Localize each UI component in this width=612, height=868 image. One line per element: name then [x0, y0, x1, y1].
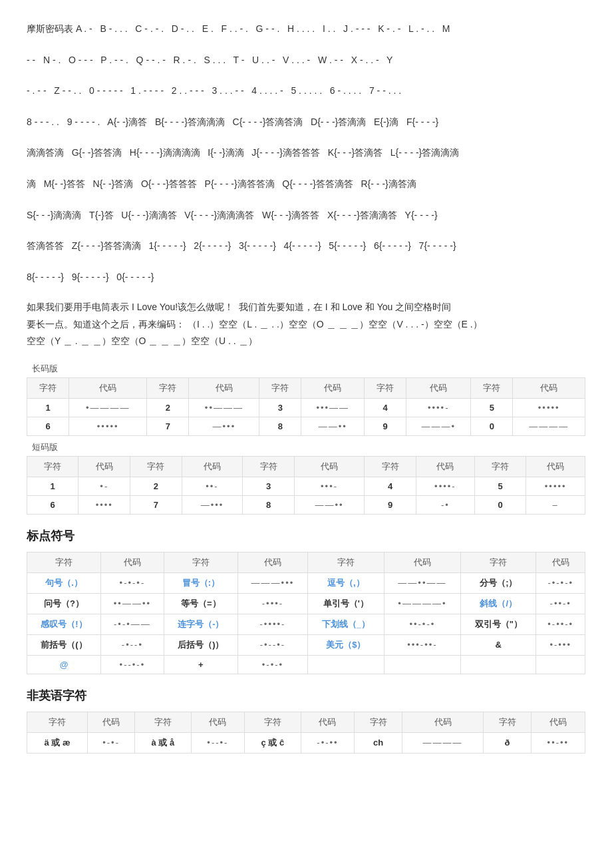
col-header-char3: 字符 — [243, 456, 294, 477]
code-cell: -•-•—— — [100, 614, 164, 634]
punct-col-code1: 代码 — [100, 552, 164, 572]
punct-col-code2: 代码 — [237, 552, 307, 572]
code-cell: •••• — [78, 495, 130, 514]
code-cell: •--•-• — [100, 655, 164, 674]
col-header-char1: 字符 — [27, 456, 78, 477]
col-header-code4: 代码 — [416, 456, 474, 477]
char-cell: 8 — [259, 417, 301, 435]
punct-col-char1: 字符 — [27, 552, 101, 572]
col-header-char4: 字符 — [365, 377, 406, 398]
punct-col-code3: 代码 — [384, 552, 461, 572]
table-row: 1 •- 2 ••- 3 •••- 4 ••••- 5 ••••• — [27, 477, 585, 495]
col-header-char2: 字符 — [147, 377, 189, 398]
col-header-char2: 字符 — [130, 456, 182, 477]
char-cell: 6 — [27, 495, 78, 514]
table-row: 1 •———— 2 ••——— 3 •••—— 4 ••••- 5 ••••• — [27, 398, 585, 417]
code-cell: •-••• — [536, 634, 585, 655]
char-cell: 下划线（_） — [308, 614, 384, 634]
code-cell: -• — [416, 495, 474, 514]
code-cell: •———— — [69, 398, 147, 417]
code-cell: ••••• — [513, 398, 585, 417]
char-cell: 7 — [147, 417, 189, 435]
char-cell: 1 — [27, 398, 69, 417]
char-cell: 分号（;） — [461, 572, 536, 593]
char-cell: ä 或 æ — [27, 732, 88, 753]
short-table-label: 短码版 — [32, 441, 585, 453]
char-cell: 连字号（-） — [164, 614, 237, 634]
table-row: 问号（?） ••——•• 等号（=） -•••- 单引号（'） •————• 斜… — [27, 593, 585, 614]
char-cell: 美元（$） — [308, 634, 384, 655]
nonenglish-section-title: 非英语字符 — [27, 688, 585, 704]
empty-cell — [536, 655, 585, 674]
char-cell: & — [461, 634, 536, 655]
char-cell: 0 — [471, 417, 513, 435]
char-cell: 6 — [27, 417, 69, 435]
punct-col-char2: 字符 — [164, 552, 237, 572]
char-cell: 7 — [130, 495, 182, 514]
morse-intro-block: 摩斯密码表 A . - B - . . . C - . - . D - . . … — [27, 20, 585, 286]
code-cell: •••- — [294, 477, 365, 495]
char-cell: 4 — [365, 477, 416, 495]
char-cell: 前括号（(） — [27, 634, 101, 655]
code-cell: •-•-•- — [100, 572, 164, 593]
table-row: 6 •••• 7 —••• 8 ——•• 9 -• 0 – — [27, 495, 585, 514]
code-cell: -•--•- — [237, 634, 307, 655]
code-cell: ••——— — [189, 398, 259, 417]
char-cell: 逗号（,） — [308, 572, 384, 593]
code-cell: •••—— — [301, 398, 365, 417]
code-cell: ———• — [406, 417, 471, 435]
short-code-table: 字符 代码 字符 代码 字符 代码 字符 代码 字符 代码 1 •- 2 ••-… — [27, 456, 585, 515]
table-row: @ •--•-• + •-•-• — [27, 655, 585, 674]
code-cell: ———••• — [237, 572, 307, 593]
col-header-code4: 代码 — [406, 377, 471, 398]
char-cell: 5 — [471, 398, 513, 417]
ne-col-code5: 代码 — [531, 712, 585, 732]
code-cell: •-•-• — [237, 655, 307, 674]
ne-col-char4: 字符 — [355, 712, 402, 732]
char-cell: @ — [27, 655, 101, 674]
ne-col-code4: 代码 — [402, 712, 484, 732]
ne-col-code3: 代码 — [301, 712, 355, 732]
col-header-char3: 字符 — [259, 377, 301, 398]
char-cell: + — [164, 655, 237, 674]
morse-line-3: - . - - Z - - . . 0 - - - - - 1 . - - - … — [27, 82, 585, 100]
code-cell: •-•- — [87, 732, 134, 753]
col-header-char5: 字符 — [474, 456, 526, 477]
code-cell: ••••• — [69, 417, 147, 435]
char-cell: 单引号（'） — [308, 593, 384, 614]
char-cell: 9 — [365, 495, 416, 514]
code-cell: ••-•• — [531, 732, 585, 753]
char-cell: 2 — [147, 398, 189, 417]
morse-line-9: 8{- - - - -} 9{- - - - -} 0{- - - - -} — [27, 268, 585, 286]
code-cell: ••- — [182, 477, 243, 495]
code-cell: •-••-• — [536, 614, 585, 634]
code-cell: ••••- — [416, 477, 474, 495]
col-header-code2: 代码 — [182, 456, 243, 477]
morse-line-1: 摩斯密码表 A . - B - . . . C - . - . D - . . … — [27, 20, 585, 38]
empty-cell — [308, 655, 384, 674]
char-cell: 3 — [243, 477, 294, 495]
char-cell: 8 — [243, 495, 294, 514]
ne-col-char5: 字符 — [484, 712, 531, 732]
code-cell: – — [526, 495, 585, 514]
char-cell: à 或 å — [135, 732, 191, 753]
char-cell: 斜线（/） — [461, 593, 536, 614]
char-cell: 后括号（)） — [164, 634, 237, 655]
char-cell: 1 — [27, 477, 78, 495]
ne-col-char2: 字符 — [135, 712, 191, 732]
code-cell: -•--• — [100, 634, 164, 655]
punct-table: 字符 代码 字符 代码 字符 代码 字符 代码 句号（.） •-•-•- 冒号（… — [27, 552, 585, 674]
ne-col-code2: 代码 — [191, 712, 245, 732]
char-cell: ch — [355, 732, 402, 753]
char-cell: 0 — [474, 495, 526, 514]
char-cell: 句号（.） — [27, 572, 101, 593]
char-cell: 冒号（:） — [164, 572, 237, 593]
code-cell: ——•• — [294, 495, 365, 514]
morse-line-5: 滴滴答滴 G{- -}答答滴 H{- - - -}滴滴滴滴 I{- -}滴滴 J… — [27, 144, 585, 162]
code-cell: ———— — [402, 732, 484, 753]
nonenglish-section: 非英语字符 字符 代码 字符 代码 字符 代码 字符 代码 字符 代码 ä 或 … — [27, 688, 585, 754]
table-row: 句号（.） •-•-•- 冒号（:） ———••• 逗号（,） ——••—— 分… — [27, 572, 585, 593]
code-cell: ••••• — [526, 477, 585, 495]
code-cell: -••••- — [237, 614, 307, 634]
char-cell: ç 或 ĉ — [245, 732, 301, 753]
